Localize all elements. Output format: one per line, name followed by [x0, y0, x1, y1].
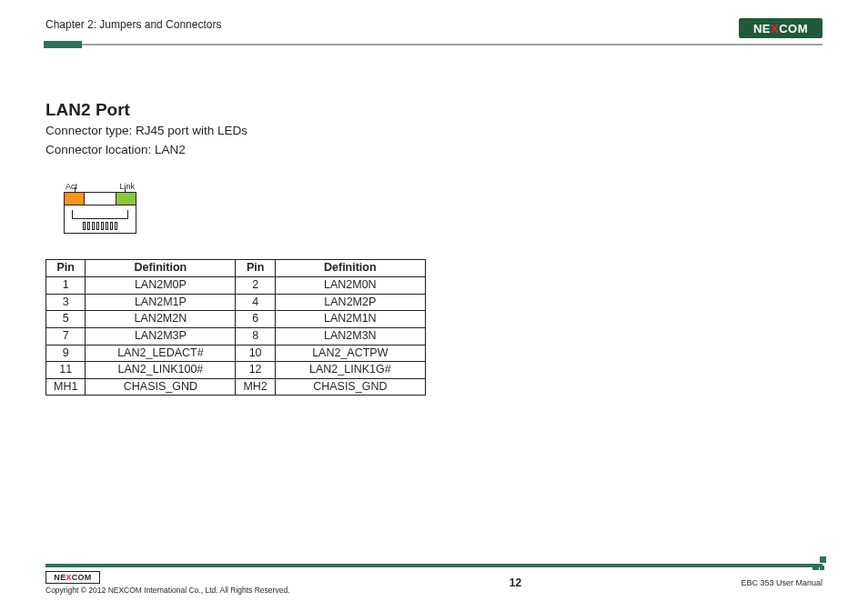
pin-cell: 4 — [236, 294, 275, 311]
table-row: 1LAN2M0P2LAN2M0N — [46, 277, 426, 295]
pin-cell: 5 — [46, 311, 86, 328]
header-rule — [45, 44, 823, 45]
table-row: 7LAN2M3P8LAN2M3N — [46, 327, 426, 345]
manual-name: EBC 353 User Manual — [741, 578, 823, 587]
pin-cell: 10 — [236, 345, 275, 362]
definition-cell: CHASIS_GND — [86, 378, 236, 396]
pin-cell: MH2 — [236, 378, 275, 396]
table-row: 3LAN2M1P4LAN2M2P — [46, 294, 426, 311]
copyright-line: Copyright © 2012 NEXCOM International Co… — [45, 586, 289, 595]
definition-cell: CHASIS_GND — [275, 378, 425, 396]
page-number: 12 — [510, 576, 521, 589]
definition-cell: LAN2M3N — [275, 327, 425, 345]
link-led-icon — [116, 193, 136, 205]
footer-ornament-icon — [812, 556, 826, 570]
th-pin-1: Pin — [46, 260, 86, 277]
definition-cell: LAN2M1P — [86, 294, 236, 311]
definition-cell: LAN2M2N — [86, 311, 236, 328]
link-label: Link — [119, 182, 135, 191]
pin-cell: 9 — [46, 345, 86, 362]
definition-cell: LAN2M0N — [275, 277, 425, 295]
footer-rule — [45, 564, 823, 567]
table-row: 11LAN2_LINK100#12LAN2_LINK1G# — [46, 362, 426, 379]
act-led-icon — [65, 193, 85, 205]
th-pin-2: Pin — [236, 260, 275, 277]
pin-cell: 12 — [236, 362, 275, 379]
act-label: Act — [66, 182, 77, 191]
definition-cell: LAN2_ACTPW — [275, 345, 425, 362]
rj45-diagram: Act Link — [64, 182, 136, 234]
brand-pre: NE — [753, 22, 771, 35]
pin-cell: 11 — [46, 362, 86, 379]
table-row: 9LAN2_LEDACT#10LAN2_ACTPW — [46, 345, 426, 362]
brand-x: X — [771, 22, 779, 35]
definition-cell: LAN2M3P — [86, 327, 236, 345]
brand-logo-top: NEXCOM — [739, 18, 823, 38]
pin-cell: 2 — [236, 277, 275, 295]
section-title: LAN2 Port — [45, 100, 823, 120]
definition-cell: LAN2M1N — [275, 311, 425, 328]
th-def-1: Definition — [86, 260, 236, 277]
definition-cell: LAN2M2P — [275, 294, 425, 311]
pin-cell: MH1 — [46, 378, 86, 396]
rj45-led-row — [64, 192, 136, 205]
brand-logo-bottom: NEXCOM — [45, 571, 100, 584]
definition-cell: LAN2_LINK100# — [86, 362, 236, 379]
pin-cell: 6 — [236, 311, 275, 328]
table-row: 5LAN2M2N6LAN2M1N — [46, 311, 426, 328]
definition-cell: LAN2M0P — [86, 277, 236, 295]
th-def-2: Definition — [275, 260, 425, 277]
pin-cell: 1 — [46, 277, 86, 295]
brand-bottom-pre: NE — [54, 573, 66, 582]
brand-post: COM — [779, 22, 808, 35]
pin-cell: 3 — [46, 294, 86, 311]
pin-definition-table: Pin Definition Pin Definition 1LAN2M0P2L… — [45, 259, 426, 396]
brand-bottom-post: COM — [72, 573, 92, 582]
definition-cell: LAN2_LINK1G# — [275, 362, 425, 379]
pin-cell: 7 — [46, 327, 86, 345]
table-header-row: Pin Definition Pin Definition — [46, 260, 426, 277]
table-row: MH1CHASIS_GNDMH2CHASIS_GND — [46, 378, 426, 396]
chapter-label: Chapter 2: Jumpers and Connectors — [45, 18, 221, 31]
connector-location-line: Connector location: LAN2 — [45, 142, 823, 158]
pin-cell: 8 — [236, 327, 275, 345]
rj45-plug-icon — [64, 205, 136, 234]
definition-cell: LAN2_LEDACT# — [86, 345, 236, 362]
connector-type-line: Connector type: RJ45 port with LEDs — [45, 123, 823, 139]
